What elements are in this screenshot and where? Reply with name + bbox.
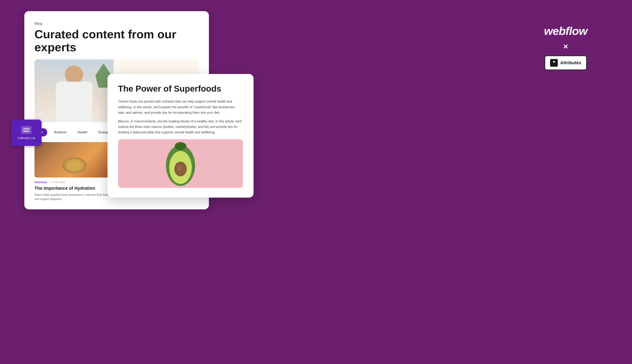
popup-title: The Power of Superfoods: [118, 84, 243, 94]
icon-line-3: [23, 131, 30, 132]
attributes-icon-symbol: ❝: [553, 60, 555, 66]
collection-list-widget[interactable]: Collection List: [11, 120, 42, 146]
attributes-badge[interactable]: ❝ Attributes: [545, 56, 587, 70]
svg-point-4: [175, 142, 186, 150]
article-card-meta-1: Nutrition • 5 min read: [35, 180, 114, 184]
webflow-x-symbol: ×: [563, 42, 568, 51]
attributes-icon: ❝: [550, 59, 558, 67]
avocado-illustration: [162, 140, 199, 187]
webflow-logo: webflow: [544, 24, 587, 38]
avocado-image-area: [118, 139, 243, 188]
popup-body-2: Macros, or macronutrients, are the build…: [118, 118, 243, 135]
filter-tab-health[interactable]: Health: [73, 128, 92, 136]
card-title-1: The Importance of Hydration: [35, 186, 114, 191]
article-popup: The Power of Superfoods Certain foods ar…: [108, 74, 253, 198]
card-dot-1: •: [49, 180, 50, 184]
collection-list-label: Collection List: [18, 136, 35, 140]
webflow-brand: webflow × ❝ Attributes: [544, 24, 587, 70]
card-read-time-1: 5 min read: [51, 180, 65, 184]
collection-list-icon: [21, 126, 32, 134]
blog-label: Blog: [35, 21, 199, 26]
article-card-image-1: [35, 142, 114, 178]
icon-line-2: [23, 130, 30, 130]
doctor-illustration: [35, 60, 114, 122]
article-card-hydration[interactable]: Nutrition • 5 min read The Importance of…: [35, 142, 114, 202]
popup-body-1: Certain foods are packed with nutrients …: [118, 99, 243, 115]
filter-tab-nutrition[interactable]: Nutrition: [49, 128, 71, 136]
card-excerpt-1: Water helps regulate body temperature, m…: [35, 193, 114, 201]
food-bowl-image: [35, 142, 114, 178]
icon-line-1: [23, 128, 30, 129]
attributes-label: Attributes: [560, 60, 581, 66]
svg-point-3: [177, 165, 182, 170]
featured-article-image: [35, 60, 114, 122]
blog-title: Curated content from our experts: [35, 28, 199, 54]
card-category-1: Nutrition: [35, 180, 47, 184]
